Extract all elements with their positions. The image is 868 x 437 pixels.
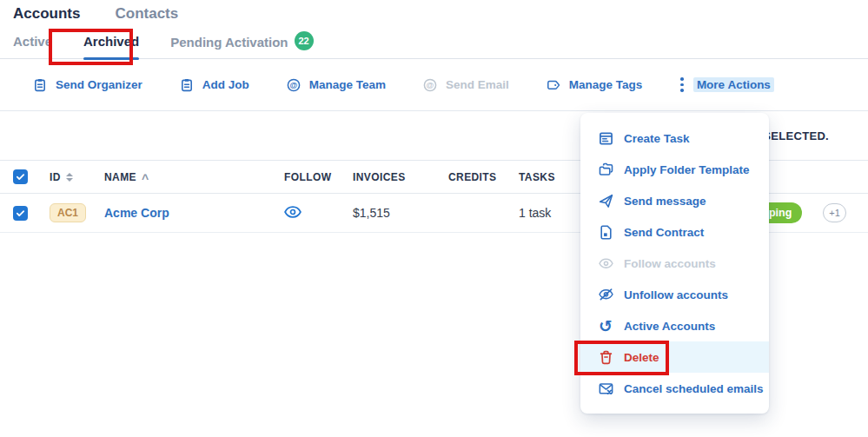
column-header-credits[interactable]: CREDITS (448, 171, 519, 183)
trash-icon (598, 350, 613, 365)
manage-team-button[interactable]: @ Manage Team (286, 78, 386, 92)
pending-count-badge: 22 (295, 31, 314, 50)
menu-item-create-task[interactable]: Create Task (580, 122, 769, 154)
selection-bar-text: SELECTED. (763, 129, 829, 142)
menu-item-label: Unfollow accounts (624, 288, 728, 301)
paper-plane-icon (598, 194, 613, 209)
at-circle-icon: @ (422, 78, 438, 92)
column-header-credits-label: CREDITS (448, 171, 496, 183)
column-header-invoices-label: INVOICES (353, 171, 406, 183)
menu-item-delete[interactable]: Delete (580, 341, 769, 373)
menu-item-label: Apply Folder Template (624, 163, 750, 176)
nav-item-accounts[interactable]: Accounts (13, 5, 80, 23)
eye-off-icon (598, 288, 613, 301)
menu-item-label: Create Task (624, 132, 690, 145)
manage-tags-label: Manage Tags (569, 78, 643, 91)
menu-item-label: Active Accounts (624, 320, 715, 333)
menu-item-follow-accounts[interactable]: Follow accounts (580, 248, 769, 279)
organizer-icon (32, 78, 48, 92)
folders-icon (598, 162, 613, 177)
account-name-link[interactable]: Acme Corp (104, 206, 169, 220)
tag-overflow-badge[interactable]: +1 (823, 203, 846, 222)
top-nav: Accounts Contacts (0, 0, 868, 23)
tab-active[interactable]: Active (13, 34, 52, 58)
send-email-button[interactable]: @ Send Email (422, 78, 509, 92)
bulk-actions-toolbar: Send Organizer Add Job @ Manage Team @ S… (0, 59, 868, 111)
at-circle-icon: @ (286, 78, 301, 92)
tasks-value[interactable]: 1 task (519, 206, 551, 220)
menu-item-cancel-scheduled-emails[interactable]: Cancel scheduled emails (580, 373, 769, 404)
row-checkbox[interactable] (13, 206, 28, 221)
tag-icon (546, 78, 561, 92)
menu-item-label: Send message (624, 195, 706, 208)
column-header-id-label: ID (50, 171, 61, 183)
nav-item-contacts[interactable]: Contacts (115, 5, 178, 23)
send-email-label: Send Email (446, 78, 509, 91)
more-actions-label: More Actions (693, 77, 774, 92)
column-header-follow[interactable]: FOLLOW (284, 171, 353, 183)
add-job-button[interactable]: Add Job (179, 78, 249, 92)
sort-asc-icon: ^ (142, 175, 149, 183)
accounts-page: Accounts Contacts Active Archived Pendin… (0, 0, 868, 437)
sort-icon (66, 173, 73, 182)
menu-item-apply-folder-template[interactable]: Apply Folder Template (580, 154, 769, 185)
tab-pending-activation[interactable]: Pending Activation22 (170, 34, 313, 58)
manage-tags-button[interactable]: Manage Tags (546, 78, 643, 92)
tab-pending-activation-label: Pending Activation (170, 35, 288, 50)
send-organizer-button[interactable]: Send Organizer (32, 78, 142, 92)
contract-icon (598, 225, 613, 240)
menu-item-unfollow-accounts[interactable]: Unfollow accounts (580, 279, 769, 310)
menu-item-send-message[interactable]: Send message (580, 185, 769, 216)
more-actions-button[interactable]: More Actions (679, 77, 774, 92)
column-header-id[interactable]: ID (50, 171, 104, 183)
manage-team-label: Manage Team (309, 78, 386, 91)
account-id-badge[interactable]: AC1 (50, 203, 86, 222)
create-task-icon (598, 131, 613, 146)
envelope-x-icon (598, 381, 613, 396)
menu-item-active-accounts[interactable]: ↺ Active Accounts (580, 310, 769, 341)
send-organizer-label: Send Organizer (56, 78, 142, 91)
follow-eye-icon[interactable] (284, 206, 301, 218)
clipboard-icon (179, 78, 195, 92)
tab-archived[interactable]: Archived (83, 34, 139, 58)
eye-icon (598, 258, 613, 269)
menu-item-send-contract[interactable]: Send Contract (580, 216, 769, 248)
account-status-tabs: Active Archived Pending Activation22 (0, 34, 868, 59)
svg-text:@: @ (427, 81, 434, 89)
column-header-follow-label: FOLLOW (284, 171, 331, 183)
rotate-ccw-icon: ↺ (598, 319, 613, 333)
select-all-checkbox[interactable] (13, 169, 28, 184)
menu-item-label: Delete (624, 351, 659, 364)
column-header-name[interactable]: NAME ^ (104, 171, 284, 183)
column-header-tasks-label: TASKS (519, 171, 555, 183)
column-header-tasks[interactable]: TASKS (519, 171, 588, 183)
more-actions-menu: Create Task Apply Folder Template Send m… (580, 113, 769, 414)
invoices-value: $1,515 (353, 206, 390, 220)
menu-item-label: Send Contract (624, 226, 704, 239)
menu-item-label: Follow accounts (624, 257, 716, 270)
kebab-icon (679, 77, 686, 92)
column-header-name-label: NAME (104, 171, 136, 183)
menu-item-label: Cancel scheduled emails (624, 382, 764, 395)
add-job-label: Add Job (202, 78, 249, 91)
svg-text:@: @ (289, 81, 297, 89)
column-header-invoices[interactable]: INVOICES (353, 171, 448, 183)
